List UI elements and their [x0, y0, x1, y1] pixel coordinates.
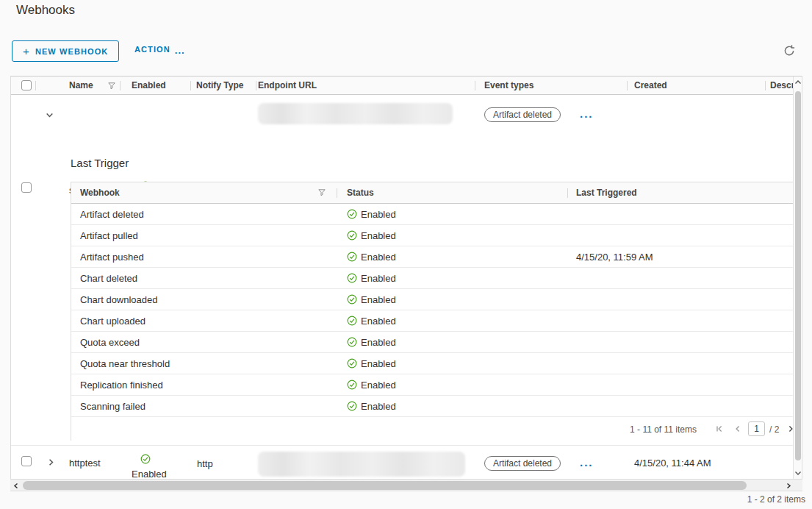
column-header-created: Created: [634, 80, 667, 90]
trigger-webhook: Artifact pulled: [80, 230, 138, 241]
new-webhook-label: NEW WEBHOOK: [35, 47, 108, 56]
trigger-webhook: Scanning failed: [80, 401, 145, 412]
trigger-status: Enabled: [361, 273, 396, 284]
column-header-status: Status: [347, 188, 374, 198]
more-event-types-button[interactable]: ...: [580, 458, 594, 468]
trigger-last-triggered: 4/15/20, 11:59 AM: [576, 252, 653, 263]
chevron-down-icon: [45, 110, 54, 120]
trigger-row: Chart uploaded Enabled: [71, 310, 794, 332]
last-trigger-datagrid: Webhook Status Last Triggered Artifact d…: [71, 182, 794, 441]
trigger-status: Enabled: [361, 316, 396, 327]
scroll-right-icon[interactable]: [786, 483, 791, 489]
trigger-webhook: Replication finished: [80, 380, 163, 391]
webhooks-datagrid: Name Enabled Notify Type Endpoint URL Ev…: [10, 76, 802, 480]
trigger-row: Chart downloaded Enabled: [71, 289, 794, 310]
previous-page-button[interactable]: [733, 424, 742, 433]
column-header-description: Descri: [770, 80, 794, 90]
webhook-filter-icon[interactable]: [318, 189, 326, 196]
enabled-check-icon: [347, 273, 357, 283]
refresh-icon: [783, 44, 797, 57]
trigger-status: Enabled: [361, 209, 396, 220]
event-type-tag: Artifact deleted: [484, 107, 561, 122]
expand-row-button[interactable]: [46, 458, 56, 467]
column-header-webhook: Webhook: [80, 188, 120, 198]
column-header-name: Name: [69, 80, 93, 90]
trigger-status: Enabled: [361, 294, 396, 305]
vertical-scrollbar[interactable]: [793, 76, 802, 479]
trigger-row: Quota near threshold Enabled: [71, 353, 794, 374]
enabled-check-icon: [347, 316, 357, 326]
enabled-check-icon: [347, 337, 357, 347]
trigger-row: Artifact deleted Enabled: [71, 204, 794, 225]
column-header-enabled: Enabled: [132, 80, 166, 90]
chevron-left-icon: [733, 424, 742, 433]
ellipsis-icon: ...: [175, 47, 185, 54]
event-type-tag: Artifact deleted: [484, 456, 561, 471]
trigger-webhook: Quota exceed: [80, 337, 140, 348]
trigger-row: Scanning failed Enabled: [71, 396, 794, 417]
column-header-event-types: Event types: [484, 80, 533, 90]
enabled-check-icon: [347, 252, 357, 262]
row-checkbox[interactable]: [21, 456, 32, 466]
trigger-row: Artifact pulled Enabled: [71, 225, 794, 246]
trigger-status: Enabled: [361, 252, 396, 263]
page-input[interactable]: [748, 421, 765, 436]
scroll-down-icon[interactable]: [794, 470, 802, 476]
enabled-check-icon: [347, 358, 357, 369]
trigger-row: Quota exceed Enabled: [71, 332, 794, 353]
column-header-notify-type: Notify Type: [196, 80, 243, 90]
select-all-checkbox[interactable]: [21, 80, 32, 90]
enabled-check-icon: [347, 209, 357, 219]
column-header-last-triggered: Last Triggered: [576, 188, 637, 198]
enabled-status-label: Enabled: [132, 469, 167, 480]
last-trigger-pagination: 1 - 11 of 11 items / 2: [71, 417, 794, 441]
row-checkbox[interactable]: [21, 182, 32, 193]
first-page-button[interactable]: [715, 424, 724, 433]
trigger-row: Artifact pushed Enabled 4/15/20, 11:59 A…: [71, 246, 794, 268]
new-webhook-button[interactable]: + NEW WEBHOOK: [12, 40, 119, 62]
refresh-button[interactable]: [783, 43, 797, 58]
trigger-status: Enabled: [361, 358, 396, 369]
trigger-status: Enabled: [361, 337, 396, 348]
chevron-right-icon: [46, 458, 56, 467]
action-dropdown-button[interactable]: ACTION ...: [134, 45, 185, 54]
notify-type-value: http: [197, 458, 213, 469]
datagrid-header-row: Name Enabled Notify Type Endpoint URL Ev…: [11, 76, 794, 95]
endpoint-url-redacted: [258, 452, 465, 477]
trigger-webhook: Chart downloaded: [80, 294, 158, 305]
enabled-check-icon: [347, 380, 357, 390]
enabled-check-icon: [347, 230, 357, 241]
webhooks-page: Webhooks + NEW WEBHOOK ACTION ... Name: [0, 0, 812, 509]
trigger-status: Enabled: [361, 230, 396, 241]
trigger-webhook: Chart deleted: [80, 273, 137, 284]
more-event-types-button[interactable]: ...: [580, 109, 594, 119]
enabled-check-icon: [347, 294, 357, 305]
last-trigger-title: Last Trigger: [71, 157, 129, 169]
pagination-range: 1 - 11 of 11 items: [630, 424, 697, 435]
grid-items-range: 1 - 2 of 2 items: [747, 494, 805, 505]
trigger-status: Enabled: [361, 380, 396, 391]
action-label: ACTION: [134, 45, 170, 54]
trigger-webhook: Quota near threshold: [80, 358, 170, 369]
scroll-up-icon[interactable]: [794, 79, 802, 85]
trigger-row: Replication finished Enabled: [71, 374, 794, 396]
trigger-row: Chart deleted Enabled: [71, 268, 794, 289]
horizontal-scrollbar-thumb[interactable]: [23, 481, 747, 490]
trigger-status: Enabled: [361, 401, 396, 412]
last-trigger-header-row: Webhook Status Last Triggered: [71, 182, 794, 204]
endpoint-url-redacted: [258, 103, 453, 124]
scroll-left-icon[interactable]: [13, 483, 19, 489]
trigger-webhook: Artifact deleted: [80, 209, 144, 220]
collapse-row-button[interactable]: [45, 110, 54, 120]
name-filter-icon[interactable]: [108, 82, 115, 90]
vertical-scrollbar-thumb[interactable]: [795, 91, 801, 460]
enabled-check-icon: [347, 401, 357, 411]
first-page-icon: [715, 424, 724, 433]
horizontal-scrollbar[interactable]: [10, 480, 802, 491]
plus-icon: +: [23, 47, 30, 55]
page-total: / 2: [769, 424, 779, 435]
enabled-check-icon: [140, 454, 151, 464]
page-title: Webhooks: [16, 3, 75, 18]
column-header-endpoint-url: Endpoint URL: [258, 80, 317, 90]
trigger-webhook: Artifact pushed: [80, 252, 144, 263]
